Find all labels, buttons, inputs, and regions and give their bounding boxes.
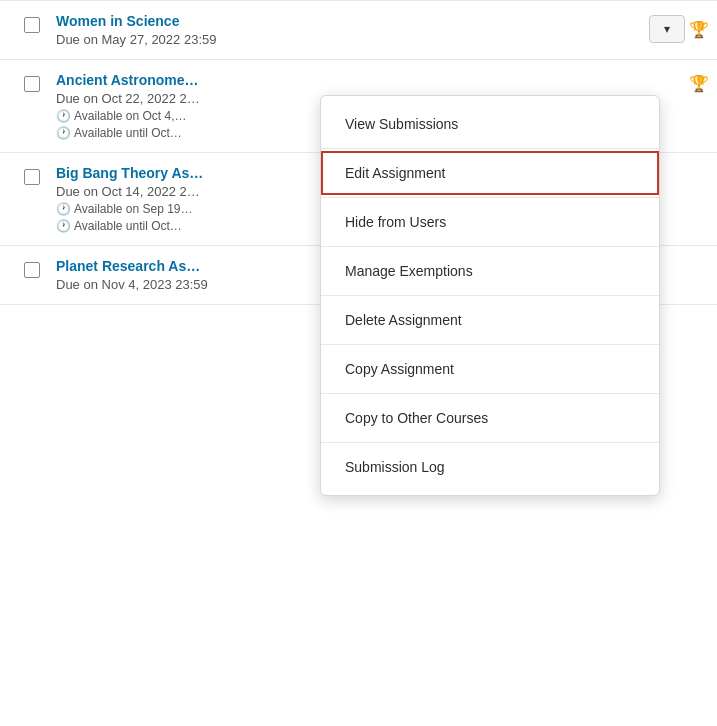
- clock-icon: 🕐: [56, 126, 70, 140]
- trophy-icon: 🏆: [689, 74, 709, 93]
- copy-to-other-courses-item[interactable]: Copy to Other Courses: [321, 396, 659, 440]
- menu-divider: [321, 246, 659, 247]
- assignment-title-link[interactable]: Planet Research As…: [56, 258, 200, 274]
- row-checkbox[interactable]: [24, 17, 40, 33]
- row-checkbox[interactable]: [24, 76, 40, 92]
- available-from: Available on Sep 19…: [74, 202, 193, 216]
- action-buttons: ▾ 🏆: [649, 13, 717, 43]
- action-buttons: 🏆: [689, 72, 717, 93]
- row-checkbox[interactable]: [24, 169, 40, 185]
- context-dropdown-menu: View Submissions Edit Assignment Hide fr…: [320, 95, 660, 496]
- checkbox-cell: [12, 165, 52, 185]
- available-until: Available until Oct…: [74, 219, 182, 233]
- assignment-title-link[interactable]: Women in Science: [56, 13, 179, 29]
- assignment-due-date: Due on May 27, 2022 23:59: [56, 32, 649, 47]
- checkbox-cell: [12, 258, 52, 278]
- action-buttons: [709, 258, 717, 260]
- assignments-table: Women in Science Due on May 27, 2022 23:…: [0, 0, 717, 726]
- clock-icon: 🕐: [56, 109, 70, 123]
- available-from: Available on Oct 4,…: [74, 109, 187, 123]
- delete-assignment-item[interactable]: Delete Assignment: [321, 298, 659, 342]
- clock-icon: 🕐: [56, 202, 70, 216]
- menu-divider: [321, 442, 659, 443]
- assignment-row: Women in Science Due on May 27, 2022 23:…: [0, 0, 717, 60]
- manage-exemptions-item[interactable]: Manage Exemptions: [321, 249, 659, 293]
- checkbox-cell: [12, 13, 52, 33]
- menu-divider: [321, 393, 659, 394]
- available-until: Available until Oct…: [74, 126, 182, 140]
- action-buttons: [709, 165, 717, 167]
- menu-divider: [321, 344, 659, 345]
- hide-from-users-item[interactable]: Hide from Users: [321, 200, 659, 244]
- submission-log-item[interactable]: Submission Log: [321, 445, 659, 489]
- assignment-title-link[interactable]: Ancient Astronome…: [56, 72, 199, 88]
- trophy-icon: 🏆: [689, 20, 709, 39]
- chevron-down-icon: ▾: [664, 22, 670, 36]
- dropdown-toggle-button[interactable]: ▾: [649, 15, 685, 43]
- copy-assignment-item[interactable]: Copy Assignment: [321, 347, 659, 391]
- assignment-content: Women in Science Due on May 27, 2022 23:…: [52, 13, 649, 47]
- row-checkbox[interactable]: [24, 262, 40, 278]
- menu-divider: [321, 197, 659, 198]
- menu-divider: [321, 148, 659, 149]
- menu-divider: [321, 295, 659, 296]
- clock-icon: 🕐: [56, 219, 70, 233]
- checkbox-cell: [12, 72, 52, 92]
- edit-assignment-item[interactable]: Edit Assignment: [321, 151, 659, 195]
- view-submissions-item[interactable]: View Submissions: [321, 102, 659, 146]
- assignment-title-link[interactable]: Big Bang Theory As…: [56, 165, 203, 181]
